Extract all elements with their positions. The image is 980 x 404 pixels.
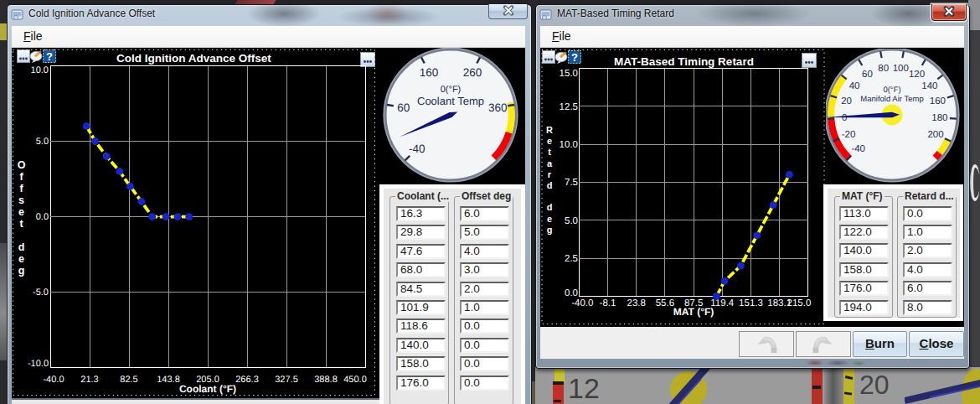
svg-text:MAT (°F): MAT (°F) bbox=[673, 306, 714, 318]
svg-text:5.0: 5.0 bbox=[36, 137, 49, 147]
svg-text:327.5: 327.5 bbox=[275, 375, 298, 385]
svg-text:40: 40 bbox=[849, 81, 860, 91]
svg-text:160: 160 bbox=[930, 96, 946, 106]
svg-text:215.0: 215.0 bbox=[787, 298, 812, 308]
svg-text:Coolant Temp: Coolant Temp bbox=[417, 95, 484, 107]
svg-text:60: 60 bbox=[862, 70, 873, 80]
svg-text:7.5: 7.5 bbox=[565, 178, 578, 188]
svg-text:119.4: 119.4 bbox=[710, 298, 735, 308]
svg-text:0: 0 bbox=[842, 113, 847, 123]
svg-text:12.5: 12.5 bbox=[560, 102, 578, 112]
svg-text:-5.0: -5.0 bbox=[33, 287, 49, 298]
svg-text:10.0: 10.0 bbox=[560, 140, 578, 150]
svg-text:20: 20 bbox=[841, 96, 852, 106]
svg-text:-40: -40 bbox=[409, 142, 426, 155]
svg-text:60: 60 bbox=[397, 101, 410, 114]
svg-text:82.5: 82.5 bbox=[120, 375, 137, 385]
svg-text:260: 260 bbox=[463, 66, 482, 79]
svg-text:-40.0: -40.0 bbox=[43, 375, 64, 385]
svg-text:-20: -20 bbox=[842, 130, 856, 140]
svg-text:0(°F): 0(°F) bbox=[441, 85, 462, 95]
svg-text:Manifold Air Temp: Manifold Air Temp bbox=[860, 95, 923, 104]
svg-text:100: 100 bbox=[893, 64, 909, 74]
svg-text:266.3: 266.3 bbox=[235, 375, 259, 385]
svg-text:388.8: 388.8 bbox=[314, 375, 338, 385]
svg-text:0.0: 0.0 bbox=[36, 212, 49, 222]
svg-text:2.5: 2.5 bbox=[565, 254, 578, 264]
svg-text:55.6: 55.6 bbox=[656, 298, 674, 308]
svg-text:80: 80 bbox=[878, 64, 889, 74]
svg-text:120: 120 bbox=[909, 70, 925, 80]
svg-text:200: 200 bbox=[927, 130, 943, 140]
svg-text:0.0: 0.0 bbox=[565, 288, 578, 298]
svg-text:450.0: 450.0 bbox=[343, 375, 367, 385]
svg-text:-40.0: -40.0 bbox=[571, 298, 593, 308]
svg-text:Coolant (°F): Coolant (°F) bbox=[179, 383, 236, 395]
svg-text:-8.1: -8.1 bbox=[600, 298, 616, 308]
svg-text:160: 160 bbox=[420, 66, 439, 79]
svg-text:10.0: 10.0 bbox=[31, 65, 49, 75]
svg-text:0(°F): 0(°F) bbox=[883, 85, 900, 95]
svg-text:5.0: 5.0 bbox=[565, 216, 578, 226]
svg-text:140: 140 bbox=[921, 81, 937, 91]
svg-text:23.8: 23.8 bbox=[627, 298, 646, 308]
svg-text:-10.0: -10.0 bbox=[28, 359, 49, 369]
svg-text:21.3: 21.3 bbox=[80, 375, 98, 385]
svg-text:15.0: 15.0 bbox=[560, 69, 578, 79]
svg-text:360: 360 bbox=[488, 101, 508, 114]
svg-text:143.8: 143.8 bbox=[157, 375, 180, 385]
svg-text:180: 180 bbox=[931, 113, 947, 123]
svg-text:151.3: 151.3 bbox=[739, 298, 763, 308]
svg-text:-40: -40 bbox=[851, 144, 865, 154]
